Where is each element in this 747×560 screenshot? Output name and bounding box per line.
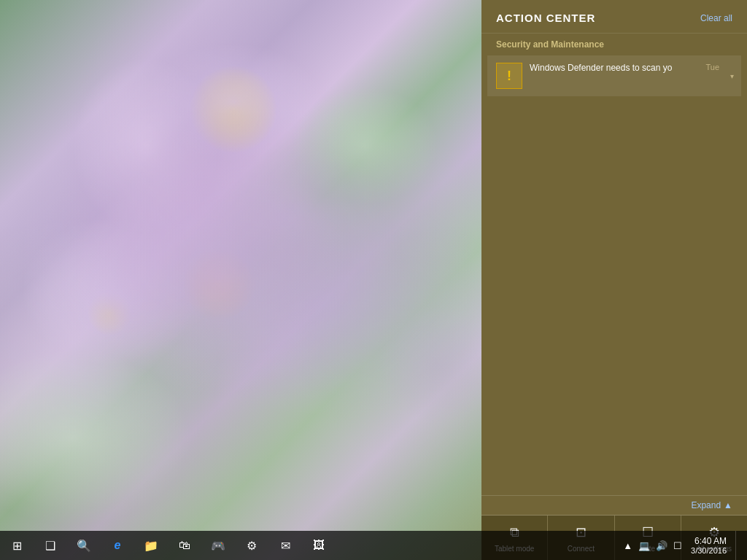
notifications-area: Security and Maintenance ! Windows Defen… [481,33,747,495]
folder-icon: 📁 [144,539,158,553]
clear-all-button[interactable]: Clear all [700,13,732,23]
settings-button[interactable]: ⚙ [235,531,268,560]
photos-button[interactable]: 🖼 [302,531,336,560]
action-center-header: ACTION CENTER Clear all [481,0,747,33]
game-icon: 🎮 [211,539,225,553]
notification-text: Windows Defender needs to scan yo [530,63,676,73]
expand-label: Expand [691,500,721,510]
clock-time: 6:40 AM [694,536,727,546]
volume-icon[interactable]: 🔊 [656,540,667,551]
clock-date: 3/30/2016 [691,546,727,555]
system-tray: ▲ 💻 🔊 ☐ 6:40 AM 3/30/2016 [481,531,747,560]
action-center-panel: ACTION CENTER Clear all Security and Mai… [481,0,747,560]
taskbar: ⊞ ❑ 🔍 e 📁 🛍 🎮 ⚙ ✉ 🖼 [0,531,481,560]
task-view-icon: ❑ [45,539,55,553]
action-center-title: ACTION CENTER [496,12,595,24]
notification-item-defender[interactable]: ! Windows Defender needs to scan yo Tue … [487,55,741,96]
expand-button[interactable]: Expand ▲ [691,500,732,510]
tray-chevron-icon[interactable]: ▲ [623,540,632,551]
warning-icon: ! [507,69,511,84]
mail-button[interactable]: ✉ [268,531,302,560]
notification-time: Tue [705,63,719,71]
notification-tray-icon[interactable]: ☐ [673,540,682,551]
expand-icon: ▲ [724,500,732,510]
photos-icon: 🖼 [313,539,325,552]
notification-content: Windows Defender needs to scan yo [530,63,732,73]
edge-button[interactable]: e [101,531,134,560]
search-button[interactable]: 🔍 [67,531,101,560]
notification-group-security: Security and Maintenance [481,33,747,54]
mail-icon: ✉ [281,539,290,553]
windows-logo-icon: ⊞ [12,539,22,553]
gear-icon: ⚙ [247,539,257,553]
desktop-wallpaper [0,0,481,560]
store-icon: 🛍 [179,539,190,552]
expand-row: Expand ▲ [481,496,747,515]
search-icon: 🔍 [77,539,91,553]
edge-icon: e [115,539,121,552]
file-explorer-button[interactable]: 📁 [134,531,168,560]
network-icon[interactable]: 💻 [638,540,650,551]
start-button[interactable]: ⊞ [0,531,34,560]
task-view-button[interactable]: ❑ [34,531,67,560]
clock[interactable]: 6:40 AM 3/30/2016 [688,536,729,555]
show-desktop-button[interactable] [735,531,741,560]
chevron-down-icon: ▾ [730,72,734,80]
game-button[interactable]: 🎮 [201,531,235,560]
notification-warning-icon-wrap: ! [496,63,522,89]
store-button[interactable]: 🛍 [168,531,201,560]
